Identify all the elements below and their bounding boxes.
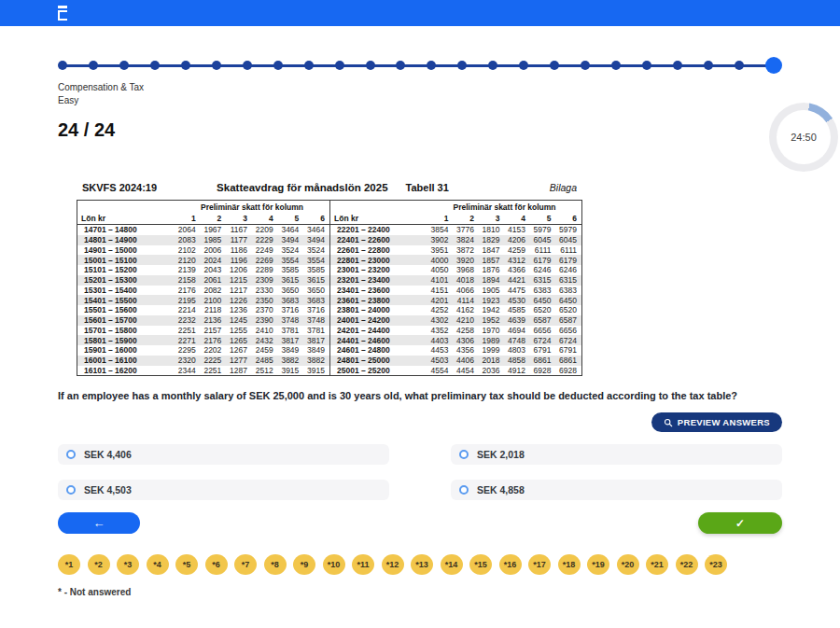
table-row: 15101 – 15200 2139 2043 1206 2289 3585 3… xyxy=(77,265,329,275)
progress-dot-1[interactable] xyxy=(58,61,67,70)
check-icon: ✓ xyxy=(735,517,745,530)
column-group-header: Preliminär skatt för kolumn xyxy=(427,202,581,212)
progress-dot-7[interactable] xyxy=(243,61,252,70)
progress-dot-21[interactable] xyxy=(673,61,682,70)
question-badge[interactable]: *1 xyxy=(58,554,80,575)
progress-track xyxy=(58,57,782,74)
question-badge[interactable]: *13 xyxy=(411,554,433,575)
table-row: 15001 – 15100 2120 2024 1196 2269 3554 3… xyxy=(77,255,329,265)
table-row: 14701 – 14800 2064 1967 1167 2209 3464 3… xyxy=(77,225,329,235)
question-badge[interactable]: *15 xyxy=(469,554,492,575)
question-badge[interactable]: *8 xyxy=(264,554,287,575)
radio-icon[interactable] xyxy=(459,450,469,459)
table-row: 15901 – 16000 2295 2202 1267 2459 3849 3… xyxy=(77,345,329,356)
table-row: 15601 – 15700 2232 2136 1245 2390 3748 3… xyxy=(77,315,329,326)
answer-option-label: SEK 2,018 xyxy=(477,449,525,460)
question-badge[interactable]: *20 xyxy=(617,554,639,575)
answer-option[interactable]: SEK 4,503 xyxy=(58,480,389,500)
tax-table-doc-header: SKVFS 2024:19 Skatteavdrag för månadslön… xyxy=(77,182,581,200)
progress-dot-17[interactable] xyxy=(550,61,559,70)
question-badge[interactable]: *11 xyxy=(352,554,374,575)
answer-option[interactable]: SEK 4,858 xyxy=(451,480,782,500)
table-row: 15801 – 15900 2271 2176 1265 2432 3817 3… xyxy=(77,335,329,345)
not-answered-footnote: * - Not answered xyxy=(58,587,782,597)
answer-option[interactable]: SEK 2,018 xyxy=(451,444,782,465)
question-badge[interactable]: *6 xyxy=(205,554,228,575)
tax-table: Preliminär skatt för kolumn Lön kr 1 2 3… xyxy=(77,200,582,376)
table-row: 15401 – 15500 2195 2100 1226 2350 3683 3… xyxy=(77,295,329,305)
question-badge[interactable]: *17 xyxy=(528,554,551,575)
progress-dot-15[interactable] xyxy=(488,61,497,70)
preview-answers-button[interactable]: PREVIEW ANSWERS xyxy=(651,412,782,432)
difficulty-label: Easy xyxy=(58,95,782,105)
radio-icon[interactable] xyxy=(459,485,469,495)
question-number-badges: *1 *2 *3 *4 *5 *6 *7 *8 *9 *10 *11 *12 *… xyxy=(58,554,782,575)
table-row: 15701 – 15800 2251 2157 1255 2410 3781 3… xyxy=(77,326,329,336)
question-badge[interactable]: *7 xyxy=(234,554,257,575)
table-row: 25001 – 25200 4554 4454 2036 4912 6928 6… xyxy=(330,366,581,376)
progress-dot-10[interactable] xyxy=(335,61,344,70)
question-badge[interactable]: *16 xyxy=(499,554,522,575)
question-text: If an employee has a monthly salary of S… xyxy=(58,390,782,401)
question-badge[interactable]: *21 xyxy=(646,554,668,575)
progress-dot-3[interactable] xyxy=(119,61,129,70)
table-row: 22401 – 22600 3902 3824 1829 4206 6045 6… xyxy=(330,235,581,245)
progress-dot-23[interactable] xyxy=(735,61,744,70)
answer-option-label: SEK 4,406 xyxy=(84,449,132,460)
table-row: 23801 – 24000 4252 4162 1942 4585 6520 6… xyxy=(330,305,581,315)
table-row: 15301 – 15400 2176 2082 1217 2330 3650 3… xyxy=(77,286,329,296)
table-row: 16101 – 16200 2344 2251 1287 2512 3915 3… xyxy=(77,366,329,376)
radio-icon[interactable] xyxy=(66,450,76,459)
radio-icon[interactable] xyxy=(66,485,76,495)
table-row: 23401 – 23600 4151 4066 1905 4475 6383 6… xyxy=(330,286,581,296)
table-row: 23601 – 23800 4201 4114 1923 4530 6450 6… xyxy=(330,295,581,305)
question-badge[interactable]: *12 xyxy=(382,554,404,575)
back-button[interactable]: ← xyxy=(58,512,140,534)
question-badge[interactable]: *2 xyxy=(88,554,110,575)
progress-dot-5[interactable] xyxy=(181,61,190,70)
question-badge[interactable]: *23 xyxy=(705,554,727,575)
brand-logo-dash xyxy=(58,6,67,8)
question-badge[interactable]: *3 xyxy=(117,554,139,575)
submit-button[interactable]: ✓ xyxy=(698,512,782,534)
tax-table-right-rows: 22201 – 22400 3854 3776 1810 4153 5979 5… xyxy=(330,225,581,375)
progress-dot-13[interactable] xyxy=(427,61,436,70)
progress-dot-4[interactable] xyxy=(150,61,160,70)
main-content: Compensation & Tax Easy 24 / 24 24:50 SK… xyxy=(0,57,840,597)
category-label: Compensation & Tax xyxy=(58,82,782,92)
top-app-bar xyxy=(0,0,840,26)
progress-dot-24[interactable] xyxy=(765,57,782,74)
table-row: 15501 – 15600 2214 2118 1236 2370 3716 3… xyxy=(77,305,329,315)
answer-option[interactable]: SEK 4,406 xyxy=(58,444,389,465)
salary-column-header: Lön kr xyxy=(330,214,427,223)
progress-dot-11[interactable] xyxy=(366,61,375,70)
question-badge[interactable]: *5 xyxy=(175,554,198,575)
progress-dot-16[interactable] xyxy=(519,61,528,70)
timer-value: 24:50 xyxy=(791,132,817,143)
table-row: 23201 – 23400 4101 4018 1894 4421 6315 6… xyxy=(330,275,581,286)
progress-dot-22[interactable] xyxy=(704,61,713,70)
table-row: 22601 – 22800 3951 3872 1847 4259 6111 6… xyxy=(330,245,581,256)
question-badge[interactable]: *19 xyxy=(587,554,609,575)
question-badge[interactable]: *10 xyxy=(323,554,345,575)
tax-table-document: SKVFS 2024:19 Skatteavdrag för månadslön… xyxy=(77,182,581,376)
question-counter: 24 / 24 xyxy=(58,119,782,141)
tax-table-right-half: Preliminär skatt för kolumn Lön kr 1 2 3… xyxy=(329,201,581,375)
progress-dot-20[interactable] xyxy=(642,61,651,70)
question-badge[interactable]: *18 xyxy=(558,554,581,575)
progress-dot-2[interactable] xyxy=(89,61,98,70)
progress-dot-18[interactable] xyxy=(581,61,590,70)
question-badge[interactable]: *22 xyxy=(676,554,698,575)
progress-dot-19[interactable] xyxy=(611,61,621,70)
progress-dot-14[interactable] xyxy=(457,61,467,70)
progress-dot-6[interactable] xyxy=(212,61,221,70)
question-badge[interactable]: *4 xyxy=(147,554,169,575)
answer-options: SEK 4,406 SEK 2,018 SEK 4,503 SEK 4,858 xyxy=(58,444,782,500)
question-badge[interactable]: *9 xyxy=(293,554,315,575)
progress-dot-12[interactable] xyxy=(396,61,405,70)
progress-dot-9[interactable] xyxy=(304,61,314,70)
search-icon xyxy=(664,418,673,427)
answer-option-label: SEK 4,503 xyxy=(84,484,132,495)
question-badge[interactable]: *14 xyxy=(441,554,463,575)
progress-dot-8[interactable] xyxy=(273,61,283,70)
